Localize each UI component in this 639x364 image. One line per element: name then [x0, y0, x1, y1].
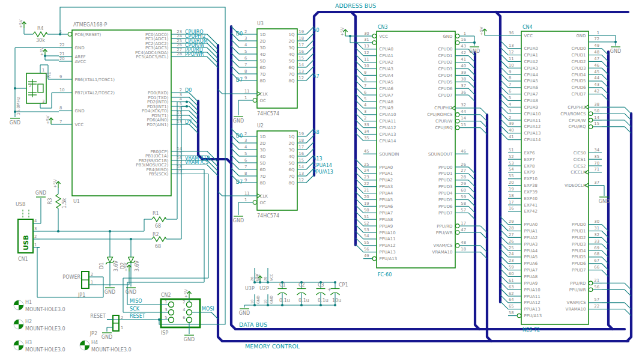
isp-pin-number: 6: [183, 315, 185, 320]
pin-number: 18: [461, 247, 466, 252]
pin-number: 21: [594, 278, 599, 283]
miso-net-label: MISO: [130, 299, 142, 304]
pin-name: PPUD5: [438, 198, 452, 202]
p5v-label: +5V: [19, 19, 23, 28]
pin-number: 27: [461, 168, 466, 173]
pin-name: 2Q: [289, 141, 295, 146]
pin-number: 56: [594, 285, 599, 290]
pin-name: PPUA11: [524, 294, 541, 299]
pin-number: 30: [364, 31, 369, 36]
pin-number: 11: [244, 89, 250, 94]
inverted-pin-bubble: [372, 41, 376, 44]
pin-number: 10: [509, 63, 514, 68]
inverted-pin-bubble: [372, 34, 376, 38]
cn1-pin-number: 3: [34, 226, 37, 231]
hole-value: MOUNT-HOLE3.0: [91, 347, 132, 353]
pin-number: 6: [244, 56, 247, 61]
pin-name: CPUA7: [380, 93, 393, 98]
pin-number: 71: [594, 167, 599, 172]
pin-number: 2: [364, 116, 366, 121]
junction-dot: [349, 35, 351, 37]
junction-dot: [320, 281, 322, 284]
wire: [306, 175, 314, 183]
pin-name: CPU/IRQ: [568, 124, 586, 129]
jp1-ref: JP1: [77, 293, 85, 298]
pin-name: EXP39: [524, 190, 538, 195]
isp-pad: [187, 302, 192, 308]
pin-name: 5D: [260, 59, 266, 64]
pin-number: 19: [364, 201, 369, 206]
pin-name: PPUD4: [438, 191, 453, 196]
inverted-pin-bubble: [589, 125, 592, 129]
p5v-label: +5V: [53, 179, 58, 188]
pin-name: 5Q: [289, 161, 295, 166]
data-bus: [608, 52, 613, 329]
pin-name: CPUA4: [524, 73, 539, 77]
pin-number: 12: [509, 50, 514, 55]
wire: [189, 102, 198, 111]
pin-number: 30: [594, 219, 599, 224]
p5v-label: +5V: [479, 26, 484, 35]
pin-number: 12: [298, 76, 304, 80]
pin-name: PPUA11: [380, 237, 396, 241]
net-label: CPUA14: [313, 163, 332, 168]
junction-dot: [14, 87, 16, 89]
junction-dot: [300, 281, 303, 284]
pin-name: PPU/A13: [524, 314, 542, 318]
wire: [189, 111, 198, 120]
pin-number: 5: [509, 96, 511, 100]
gnd-label: GND: [610, 49, 621, 54]
usb-shield-label: USB: [16, 202, 25, 207]
pin-name: 8D: [260, 79, 266, 83]
pin-number: 13: [364, 44, 369, 49]
pin-number: 1: [597, 31, 599, 35]
isp-label: ISP: [161, 330, 168, 336]
cp1-plus: +: [327, 287, 332, 293]
net-label: A7: [313, 74, 320, 79]
p5v-label: +5V: [184, 289, 189, 298]
pin-name: VCC: [380, 34, 389, 39]
wire: [625, 107, 631, 114]
pin-number: 46: [594, 63, 599, 68]
crystal-icon: [38, 84, 43, 93]
pin-number: 4: [364, 103, 366, 108]
pin-name: CPUA9: [524, 105, 538, 110]
wire: [189, 93, 198, 102]
pin-name: PPUA0: [524, 222, 538, 227]
net-label: A13: [313, 156, 323, 162]
mount-hole-icon: [14, 300, 19, 305]
cap-value: 10u: [332, 298, 341, 303]
pin-name: PPUD0: [572, 222, 586, 227]
pin-number: 18: [298, 138, 304, 143]
pin-name: PPUD5: [572, 255, 586, 259]
jp2-pin-number: 1: [121, 326, 123, 330]
pin-number: 9: [364, 70, 366, 75]
cap-ref: CP1: [339, 282, 348, 288]
pin-number: 4: [244, 145, 247, 150]
pin-name: CPUA11: [380, 119, 396, 124]
pin-number: 40: [509, 128, 514, 133]
hole-ref: H2: [25, 319, 32, 324]
pin-name: VRAM/CS: [434, 243, 453, 248]
pin-number: 41: [509, 135, 514, 139]
pin-number: 2: [509, 115, 511, 120]
pin-number: 6: [364, 90, 366, 95]
inverted-pin-bubble: [589, 112, 592, 115]
pin-number: 1: [464, 31, 466, 36]
pin-number: 31: [594, 226, 599, 231]
pin-number: 35: [594, 154, 599, 159]
jp1-pin-number: 1: [91, 280, 93, 285]
pin-number: 44: [461, 109, 466, 114]
pin-name: CPUA1: [524, 53, 538, 58]
hole-ref: H1: [25, 300, 32, 305]
p5v-label: +5V: [46, 115, 50, 124]
pin-number: 61: [509, 278, 514, 283]
pin-name: PD7(AIN1): [147, 123, 168, 127]
pin-name: PPUD6: [572, 261, 586, 266]
schematic-canvas[interactable]: ADDRESS BUSDATA BUSMEMORY CONTROLATMEGA1…: [0, 0, 639, 364]
pin-number: 55: [509, 174, 514, 178]
pin-name: PPUD6: [438, 204, 453, 209]
address-bus: [351, 12, 356, 245]
reset-net-label: RESET: [130, 314, 145, 319]
pin-number: 17: [298, 43, 304, 47]
